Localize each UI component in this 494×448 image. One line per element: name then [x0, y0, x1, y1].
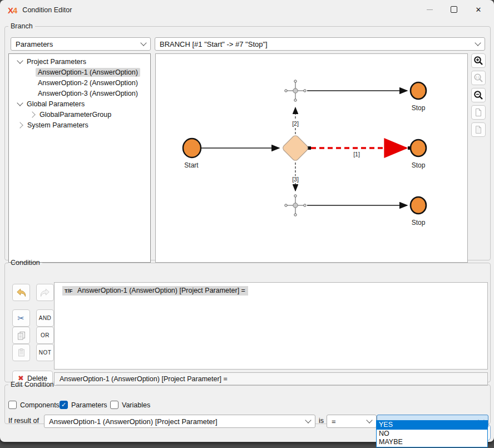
edge-1-label: [1] — [353, 151, 360, 157]
branch-group: Branch Parameters BRANCH [#1 "Start" -> … — [4, 22, 491, 260]
junction-node-bottom[interactable] — [285, 195, 306, 216]
minimize-icon — [427, 9, 433, 10]
tree-item-system-parameters[interactable]: System Parameters — [9, 120, 150, 130]
dropdown-option-no[interactable]: NO — [377, 430, 487, 439]
zoom-out-button[interactable] — [471, 88, 486, 102]
tree-item-global-parameters[interactable]: Global Parameters — [9, 99, 150, 109]
close-icon: ✕ — [476, 6, 482, 13]
close-button[interactable]: ✕ — [466, 1, 491, 18]
and-button[interactable]: AND — [36, 309, 54, 327]
minimize-button[interactable] — [417, 1, 442, 18]
flow-diagram-canvas: [1] [2] [3] — [156, 54, 467, 262]
cut-button[interactable]: ✂ — [12, 309, 30, 327]
stop-node-bottom[interactable]: Stop — [411, 197, 426, 227]
zoom-one-to-one-icon: 1:1 — [473, 73, 483, 83]
branch-decision-node[interactable] — [281, 134, 309, 161]
not-button[interactable]: NOT — [36, 344, 54, 361]
redo-icon — [39, 288, 51, 298]
value-dropdown-list: YES NO MAYBE — [376, 420, 488, 447]
edit-condition-group-label: Edit Condition — [8, 381, 56, 388]
condition-group-label: Condition — [8, 259, 42, 267]
tree-item-answeroption-2[interactable]: AnswerOption-2 (AnswerOption) — [9, 77, 150, 88]
branch-group-label: Branch — [8, 22, 35, 30]
window-title: Condition Editor — [22, 6, 72, 14]
edge-3-label: [3] — [292, 176, 299, 183]
zoom-in-button[interactable] — [471, 53, 486, 68]
checkbox-checked-icon[interactable]: ✓ — [60, 401, 68, 409]
x4-logo-icon: X4 — [8, 6, 17, 15]
scissors-icon: ✂ — [18, 313, 25, 323]
edge-2-label: [2] — [292, 120, 299, 127]
chevron-down-icon — [305, 417, 311, 423]
paste-button[interactable] — [12, 344, 30, 361]
start-node-label: Start — [184, 161, 199, 169]
svg-text:1:1: 1:1 — [476, 76, 480, 79]
page-icon — [474, 125, 483, 134]
branch-diagram[interactable]: [1] [2] [3] — [155, 53, 468, 263]
fit-width-button[interactable] — [471, 122, 486, 137]
copy-button[interactable] — [12, 327, 30, 344]
stop-node-label: Stop — [412, 161, 426, 169]
maximize-icon — [451, 6, 457, 13]
chevron-collapsed-icon[interactable] — [29, 111, 35, 117]
tree-item-answeroption-1[interactable]: AnswerOption-1 (AnswerOption) — [9, 67, 150, 77]
chevron-expanded-icon[interactable] — [17, 100, 23, 106]
condition-group: Condition ✂ AND OR — [4, 259, 491, 382]
tree-item-globalparametergroup[interactable]: GlobalParameterGroup — [9, 109, 150, 120]
tree-item-answeroption-3[interactable]: AnswerOption-3 (AnswerOption) — [9, 88, 150, 99]
checkbox-variables[interactable]: Variables — [110, 401, 150, 409]
condition-expression-item[interactable]: T/F AnswerOption-1 (AnswerOption) [Proje… — [62, 286, 248, 296]
branch-category-select[interactable]: Parameters — [11, 37, 151, 51]
stop-node-mid[interactable]: Stop — [411, 140, 426, 169]
zoom-actual-size-button[interactable]: 1:1 — [471, 71, 486, 85]
true-false-badge: T/F — [65, 288, 72, 294]
checkbox-unchecked-icon[interactable] — [110, 401, 118, 409]
zoom-in-icon — [473, 56, 483, 66]
condition-expression-list[interactable]: T/F AnswerOption-1 (AnswerOption) [Proje… — [54, 282, 488, 370]
copy-icon — [17, 331, 26, 340]
title-bar: X4 Condition Editor ✕ — [0, 0, 494, 20]
parameter-select[interactable]: AnswerOption-1 (AnswerOption) [Project P… — [44, 415, 315, 428]
junction-node-top[interactable] — [285, 80, 306, 101]
parameter-tree: Project Parameters AnswerOption-1 (Answe… — [8, 53, 151, 263]
or-button[interactable]: OR — [36, 327, 54, 344]
chevron-expanded-icon[interactable] — [17, 57, 23, 63]
stop-node-label: Stop — [412, 219, 426, 227]
start-node[interactable]: Start — [183, 139, 201, 169]
redo-button[interactable] — [36, 284, 54, 301]
operator-select[interactable]: = — [327, 415, 377, 428]
checkbox-unchecked-icon[interactable] — [8, 401, 17, 409]
undo-button[interactable] — [12, 284, 30, 301]
chevron-collapsed-icon[interactable] — [17, 122, 23, 128]
dropdown-option-maybe[interactable]: MAYBE — [377, 438, 487, 447]
checkbox-components[interactable]: Components — [8, 401, 60, 409]
chevron-down-icon — [140, 40, 146, 46]
branch-select[interactable]: BRANCH [#1 "Start" -> #7 "Stop"] — [155, 37, 485, 51]
zoom-out-icon — [473, 90, 483, 100]
maximize-button[interactable] — [442, 1, 466, 18]
paste-icon — [17, 348, 26, 357]
checkbox-parameters[interactable]: ✓ Parameters — [60, 401, 107, 409]
stop-node-label: Stop — [412, 104, 426, 112]
page-icon — [474, 108, 483, 117]
stop-node-top[interactable]: Stop — [411, 82, 426, 112]
condition-editor-window: X4 Condition Editor ✕ Branch Parameters … — [0, 0, 494, 442]
undo-icon — [16, 288, 27, 298]
chevron-down-icon — [366, 417, 372, 423]
if-result-of-label: If result of — [8, 417, 39, 425]
edit-condition-group: Edit Condition Components ✓ Parameters V… — [4, 381, 491, 424]
chevron-down-icon — [475, 40, 481, 46]
dropdown-option-yes[interactable]: YES — [377, 421, 487, 430]
is-label: is — [319, 417, 324, 425]
tree-item-project-parameters[interactable]: Project Parameters — [9, 56, 150, 67]
fit-page-button[interactable] — [471, 105, 486, 120]
